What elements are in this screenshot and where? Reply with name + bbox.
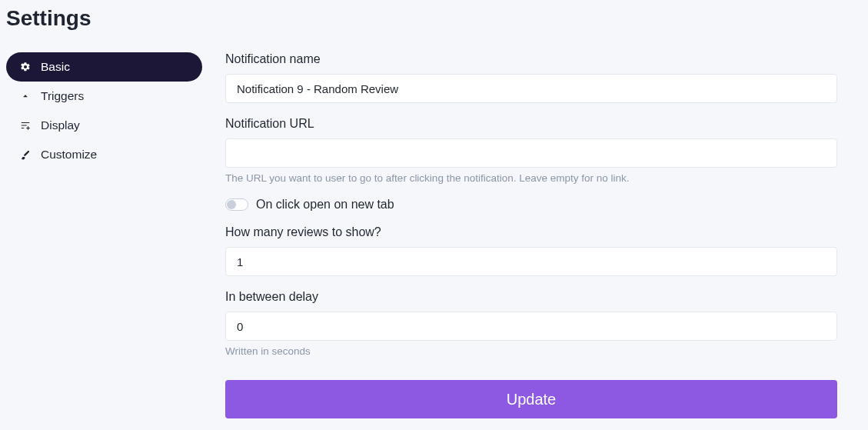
reviews-count-input[interactable]: [225, 247, 837, 276]
page-title: Settings: [6, 6, 862, 31]
notification-url-label: Notification URL: [225, 117, 837, 131]
sidebar-item-display[interactable]: Display: [6, 111, 202, 140]
gear-icon: [20, 62, 31, 72]
delay-input[interactable]: [225, 312, 837, 341]
reviews-count-label: How many reviews to show?: [225, 225, 837, 239]
sidebar-item-label: Triggers: [41, 89, 84, 103]
sidebar-item-label: Basic: [41, 60, 70, 74]
settings-sidebar: Basic Triggers Display Customize: [6, 52, 202, 169]
notification-name-label: Notification name: [225, 52, 837, 66]
sidebar-item-label: Display: [41, 118, 80, 132]
delay-help: Written in seconds: [225, 345, 837, 357]
notification-url-input[interactable]: [225, 138, 837, 168]
sidebar-item-customize[interactable]: Customize: [6, 140, 202, 169]
delay-label: In between delay: [225, 290, 837, 304]
sidebar-item-label: Customize: [41, 148, 97, 162]
sliders-icon: [20, 120, 31, 131]
update-button[interactable]: Update: [225, 380, 837, 418]
notification-url-help: The URL you want to user to go to after …: [225, 172, 837, 184]
toggle-knob: [227, 200, 236, 209]
chevron-up-icon: [20, 91, 31, 102]
settings-form: Notification name Notification URL The U…: [202, 52, 837, 418]
sidebar-item-triggers[interactable]: Triggers: [6, 82, 202, 111]
new-tab-toggle[interactable]: [225, 198, 248, 211]
notification-name-input[interactable]: [225, 74, 837, 103]
brush-icon: [20, 149, 31, 160]
sidebar-item-basic[interactable]: Basic: [6, 52, 202, 82]
new-tab-toggle-label: On click open on new tab: [256, 198, 394, 212]
